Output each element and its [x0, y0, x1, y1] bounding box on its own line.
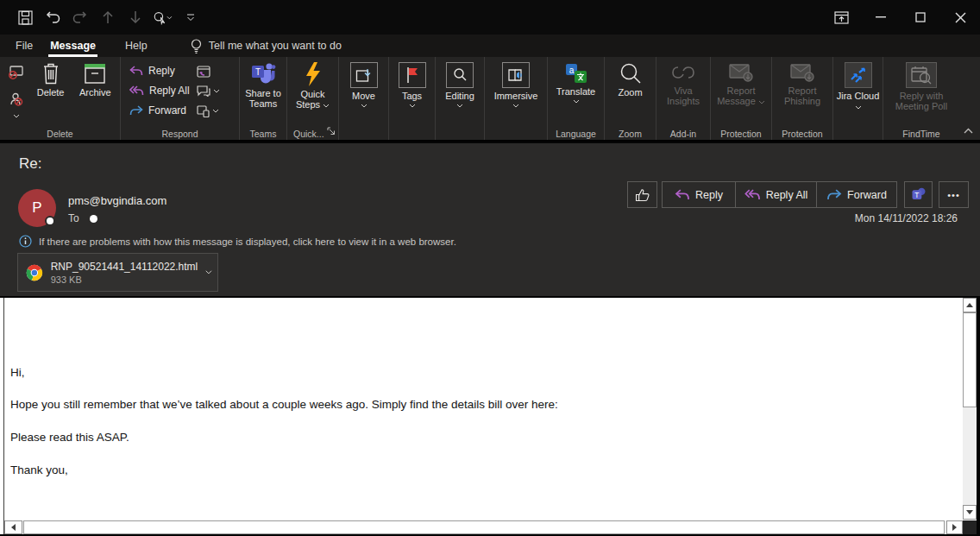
- group-label-respond: Respond: [121, 129, 239, 139]
- tags-button[interactable]: Tags: [389, 62, 435, 108]
- reply-all-button[interactable]: Reply All: [129, 84, 190, 97]
- info-bar-text: If there are problems with how this mess…: [39, 236, 456, 247]
- attachment-card[interactable]: RNP_90521441_14112022.html 933 KB: [17, 253, 218, 292]
- recipient-row: To: [68, 212, 97, 224]
- move-label: Move: [352, 91, 375, 101]
- scroll-right-icon[interactable]: [946, 520, 963, 534]
- tags-label: Tags: [402, 91, 422, 101]
- message-body: Hi, Hope you still remember that we’ve t…: [0, 298, 977, 534]
- share-to-teams-button[interactable]: T Share to Teams: [240, 62, 286, 109]
- touch-mouse-mode-icon[interactable]: [154, 8, 173, 27]
- horizontal-scrollbar-thumb[interactable]: [23, 520, 945, 534]
- move-icon: [350, 62, 378, 88]
- meeting-icon[interactable]: [197, 65, 220, 78]
- reply-all-label: Reply All: [149, 85, 190, 97]
- archive-button[interactable]: Archive: [74, 62, 117, 124]
- minimize-icon[interactable]: [861, 0, 901, 35]
- header-reply-label: Reply: [695, 189, 723, 201]
- header-forward-button[interactable]: Forward: [817, 181, 897, 208]
- immersive-reader-icon: [502, 62, 530, 88]
- reply-device-icon[interactable]: [197, 104, 220, 117]
- delete-button[interactable]: Delete: [31, 62, 71, 124]
- save-icon[interactable]: [16, 8, 35, 27]
- like-button[interactable]: [627, 181, 657, 208]
- header-reply-button[interactable]: Reply: [662, 181, 736, 208]
- tab-file[interactable]: File: [7, 36, 41, 55]
- ribbon-group-findtime: Reply with Meeting Poll FindTime: [883, 57, 959, 140]
- sender-address[interactable]: pms@bvgindia.com: [68, 194, 166, 207]
- quick-steps-label: Quick Steps: [296, 89, 325, 110]
- message-timestamp: Mon 14/11/2022 18:26: [855, 212, 958, 224]
- immersive-button[interactable]: Immersive: [485, 62, 547, 108]
- redo-icon[interactable]: [71, 8, 90, 27]
- viva-insights-button: Viva Insights: [656, 62, 710, 106]
- attachment-meta: RNP_90521441_14112022.html 933 KB: [51, 261, 198, 285]
- avatar-initial: P: [32, 199, 41, 217]
- scrollbar-corner: [963, 520, 977, 534]
- to-label: To: [68, 212, 79, 224]
- header-actions: Reply Reply All Forward T •••: [627, 181, 969, 208]
- quick-steps-button[interactable]: Quick Steps: [287, 62, 338, 110]
- presence-indicator: [45, 216, 55, 226]
- body-greeting: Hi,: [10, 366, 25, 379]
- immersive-label: Immersive: [494, 91, 538, 101]
- im-icon[interactable]: [197, 85, 220, 98]
- zoom-button[interactable]: Zoom: [605, 62, 656, 98]
- archive-label: Archive: [79, 87, 111, 98]
- group-label-delete: Delete: [0, 129, 120, 139]
- tab-help[interactable]: Help: [116, 36, 156, 55]
- tags-flag-icon: [399, 62, 426, 88]
- header-more-actions-button[interactable]: •••: [939, 181, 969, 208]
- horizontal-scrollbar[interactable]: [4, 520, 963, 534]
- jira-cloud-icon: [845, 62, 872, 88]
- translate-label: Translate: [556, 86, 595, 97]
- editing-button[interactable]: Editing: [436, 62, 484, 108]
- ignore-icon[interactable]: [8, 66, 24, 82]
- customize-quick-access-icon[interactable]: [181, 8, 200, 27]
- message-header: Re: P pms@bvgindia.com To Reply Reply Al…: [0, 143, 980, 296]
- chrome-icon: [26, 261, 43, 285]
- jira-cloud-label: Jira Cloud: [837, 91, 880, 101]
- attachment-size: 933 KB: [51, 274, 198, 285]
- scroll-down-icon[interactable]: [963, 505, 977, 520]
- ribbon-group-immersive: Immersive: [485, 57, 548, 140]
- quick-access-toolbar: [0, 8, 200, 27]
- junk-icon[interactable]: [5, 92, 28, 122]
- report-phishing-label: Report Phishing: [779, 85, 826, 106]
- close-icon[interactable]: [940, 0, 980, 35]
- vertical-scrollbar[interactable]: [963, 298, 977, 520]
- move-up-icon[interactable]: [98, 8, 117, 27]
- sender-avatar[interactable]: P: [18, 189, 56, 227]
- jira-cloud-button[interactable]: Jira Cloud: [833, 62, 883, 111]
- undo-icon[interactable]: [43, 8, 62, 27]
- forward-button[interactable]: Forward: [129, 104, 190, 117]
- ribbon-group-respond: Reply Reply All Forward: [121, 57, 240, 140]
- scroll-left-icon[interactable]: [4, 520, 22, 534]
- reply-label: Reply: [148, 65, 175, 77]
- vertical-scrollbar-thumb[interactable]: [963, 312, 977, 407]
- display-problems-info-bar[interactable]: If there are problems with how this mess…: [19, 235, 456, 248]
- header-reply-all-button[interactable]: Reply All: [736, 181, 817, 208]
- body-paragraph: Hope you still remember that we’ve talke…: [10, 398, 558, 411]
- tab-message[interactable]: Message: [41, 36, 104, 55]
- tell-me-box[interactable]: Tell me what you want to do: [209, 40, 342, 52]
- ribbon-group-delete: Delete Archive Delete: [0, 57, 121, 140]
- scroll-up-icon[interactable]: [963, 298, 977, 312]
- header-teams-button[interactable]: T: [904, 181, 933, 208]
- maximize-icon[interactable]: [901, 0, 940, 35]
- editing-find-icon: [446, 62, 474, 88]
- recipient-presence-dot[interactable]: [90, 215, 97, 223]
- forward-label: Forward: [148, 104, 186, 117]
- translate-button[interactable]: a Translate: [548, 62, 604, 104]
- move-down-icon[interactable]: [126, 8, 145, 27]
- collapse-ribbon-icon[interactable]: [964, 123, 973, 136]
- ribbon-display-options-icon[interactable]: [821, 0, 861, 35]
- outlook-window: File Message Help Tell me what you want …: [0, 0, 980, 536]
- quick-steps-dialog-launcher-icon[interactable]: [327, 125, 336, 138]
- attachment-options-chevron-icon[interactable]: [205, 269, 212, 275]
- reply-button[interactable]: Reply: [129, 64, 190, 77]
- ribbon-group-move: Move: [339, 57, 389, 140]
- report-message-label: Report Message: [717, 85, 756, 106]
- move-button[interactable]: Move: [339, 62, 388, 108]
- report-message-button: Report Message: [711, 62, 771, 106]
